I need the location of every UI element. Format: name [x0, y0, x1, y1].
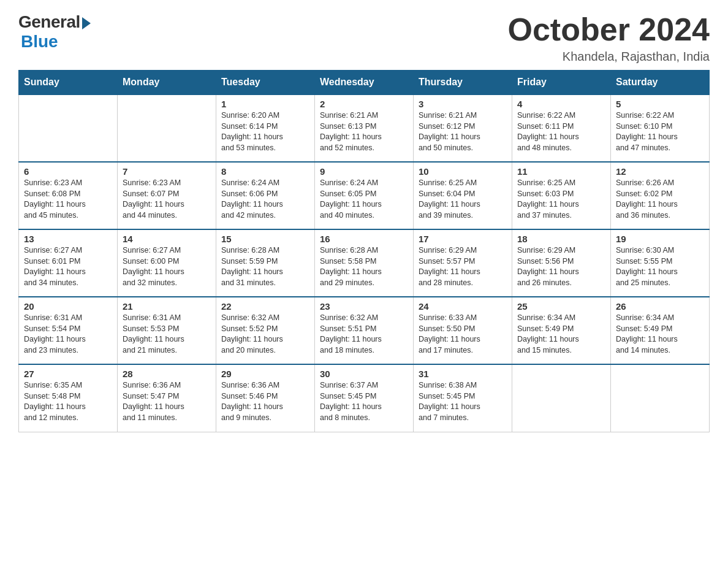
calendar-cell: 30Sunrise: 6:37 AM Sunset: 5:45 PM Dayli… [315, 364, 414, 432]
day-info: Sunrise: 6:20 AM Sunset: 6:14 PM Dayligh… [221, 110, 309, 153]
day-number: 19 [616, 234, 704, 244]
calendar-cell: 25Sunrise: 6:34 AM Sunset: 5:49 PM Dayli… [512, 297, 611, 364]
day-number: 17 [419, 234, 507, 244]
calendar-cell: 29Sunrise: 6:36 AM Sunset: 5:46 PM Dayli… [216, 364, 315, 432]
calendar-cell: 4Sunrise: 6:22 AM Sunset: 6:11 PM Daylig… [512, 94, 611, 162]
day-info: Sunrise: 6:23 AM Sunset: 6:08 PM Dayligh… [24, 178, 112, 221]
day-number: 3 [419, 99, 507, 109]
calendar-week-row-4: 20Sunrise: 6:31 AM Sunset: 5:54 PM Dayli… [19, 297, 710, 364]
day-info: Sunrise: 6:24 AM Sunset: 6:05 PM Dayligh… [320, 178, 408, 221]
calendar-week-row-5: 27Sunrise: 6:35 AM Sunset: 5:48 PM Dayli… [19, 364, 710, 432]
calendar-week-row-1: 1Sunrise: 6:20 AM Sunset: 6:14 PM Daylig… [19, 94, 710, 162]
day-info: Sunrise: 6:35 AM Sunset: 5:48 PM Dayligh… [24, 380, 112, 423]
day-info: Sunrise: 6:36 AM Sunset: 5:47 PM Dayligh… [123, 380, 211, 423]
calendar-cell [611, 364, 710, 432]
logo-general-text: General [18, 12, 80, 32]
calendar-cell: 3Sunrise: 6:21 AM Sunset: 6:12 PM Daylig… [414, 94, 512, 162]
calendar-table: SundayMondayTuesdayWednesdayThursdayFrid… [18, 70, 710, 432]
calendar-cell: 8Sunrise: 6:24 AM Sunset: 6:06 PM Daylig… [216, 162, 315, 229]
day-info: Sunrise: 6:22 AM Sunset: 6:11 PM Dayligh… [517, 110, 605, 153]
day-number: 16 [320, 234, 408, 244]
calendar-cell: 14Sunrise: 6:27 AM Sunset: 6:00 PM Dayli… [118, 229, 216, 297]
day-number: 15 [221, 234, 309, 244]
day-number: 20 [24, 301, 112, 312]
day-number: 31 [419, 369, 507, 379]
calendar-header-sunday: Sunday [19, 71, 118, 95]
location-text: Khandela, Rajasthan, India [508, 50, 710, 64]
calendar-cell [512, 364, 611, 432]
day-info: Sunrise: 6:31 AM Sunset: 5:54 PM Dayligh… [24, 313, 112, 356]
day-info: Sunrise: 6:21 AM Sunset: 6:13 PM Dayligh… [320, 110, 408, 153]
calendar-cell: 26Sunrise: 6:34 AM Sunset: 5:49 PM Dayli… [611, 297, 710, 364]
calendar-cell: 6Sunrise: 6:23 AM Sunset: 6:08 PM Daylig… [19, 162, 118, 229]
calendar-header-row: SundayMondayTuesdayWednesdayThursdayFrid… [19, 71, 710, 95]
day-info: Sunrise: 6:28 AM Sunset: 5:58 PM Dayligh… [320, 245, 408, 288]
day-number: 25 [517, 301, 605, 312]
day-info: Sunrise: 6:38 AM Sunset: 5:45 PM Dayligh… [419, 380, 507, 423]
day-info: Sunrise: 6:30 AM Sunset: 5:55 PM Dayligh… [616, 245, 704, 288]
calendar-cell: 9Sunrise: 6:24 AM Sunset: 6:05 PM Daylig… [315, 162, 414, 229]
day-number: 24 [419, 301, 507, 312]
day-info: Sunrise: 6:36 AM Sunset: 5:46 PM Dayligh… [221, 380, 309, 423]
day-info: Sunrise: 6:21 AM Sunset: 6:12 PM Dayligh… [419, 110, 507, 153]
day-info: Sunrise: 6:25 AM Sunset: 6:04 PM Dayligh… [419, 178, 507, 221]
day-number: 12 [616, 166, 704, 177]
day-info: Sunrise: 6:37 AM Sunset: 5:45 PM Dayligh… [320, 380, 408, 423]
logo-arrow-icon [82, 17, 91, 29]
calendar-cell: 7Sunrise: 6:23 AM Sunset: 6:07 PM Daylig… [118, 162, 216, 229]
page-header: General Blue October 2024 Khandela, Raja… [18, 12, 710, 64]
calendar-cell: 17Sunrise: 6:29 AM Sunset: 5:57 PM Dayli… [414, 229, 512, 297]
calendar-cell [19, 94, 118, 162]
calendar-cell: 27Sunrise: 6:35 AM Sunset: 5:48 PM Dayli… [19, 364, 118, 432]
day-info: Sunrise: 6:34 AM Sunset: 5:49 PM Dayligh… [517, 313, 605, 356]
day-info: Sunrise: 6:28 AM Sunset: 5:59 PM Dayligh… [221, 245, 309, 288]
day-info: Sunrise: 6:26 AM Sunset: 6:02 PM Dayligh… [616, 178, 704, 221]
day-number: 22 [221, 301, 309, 312]
calendar-cell: 5Sunrise: 6:22 AM Sunset: 6:10 PM Daylig… [611, 94, 710, 162]
day-number: 27 [24, 369, 112, 379]
day-number: 18 [517, 234, 605, 244]
day-number: 13 [24, 234, 112, 244]
day-number: 29 [221, 369, 309, 379]
calendar-header-wednesday: Wednesday [315, 71, 414, 95]
calendar-week-row-3: 13Sunrise: 6:27 AM Sunset: 6:01 PM Dayli… [19, 229, 710, 297]
month-title: October 2024 [508, 12, 710, 47]
day-info: Sunrise: 6:32 AM Sunset: 5:51 PM Dayligh… [320, 313, 408, 356]
day-number: 4 [517, 99, 605, 109]
calendar-cell: 24Sunrise: 6:33 AM Sunset: 5:50 PM Dayli… [414, 297, 512, 364]
day-info: Sunrise: 6:34 AM Sunset: 5:49 PM Dayligh… [616, 313, 704, 356]
calendar-cell [118, 94, 216, 162]
calendar-cell: 21Sunrise: 6:31 AM Sunset: 5:53 PM Dayli… [118, 297, 216, 364]
calendar-cell: 11Sunrise: 6:25 AM Sunset: 6:03 PM Dayli… [512, 162, 611, 229]
day-number: 21 [123, 301, 211, 312]
day-info: Sunrise: 6:29 AM Sunset: 5:56 PM Dayligh… [517, 245, 605, 288]
calendar-cell: 10Sunrise: 6:25 AM Sunset: 6:04 PM Dayli… [414, 162, 512, 229]
day-info: Sunrise: 6:32 AM Sunset: 5:52 PM Dayligh… [221, 313, 309, 356]
calendar-cell: 22Sunrise: 6:32 AM Sunset: 5:52 PM Dayli… [216, 297, 315, 364]
day-number: 23 [320, 301, 408, 312]
day-info: Sunrise: 6:33 AM Sunset: 5:50 PM Dayligh… [419, 313, 507, 356]
calendar-cell: 16Sunrise: 6:28 AM Sunset: 5:58 PM Dayli… [315, 229, 414, 297]
day-info: Sunrise: 6:27 AM Sunset: 6:01 PM Dayligh… [24, 245, 112, 288]
calendar-week-row-2: 6Sunrise: 6:23 AM Sunset: 6:08 PM Daylig… [19, 162, 710, 229]
calendar-header-thursday: Thursday [414, 71, 512, 95]
calendar-header-friday: Friday [512, 71, 611, 95]
calendar-header-tuesday: Tuesday [216, 71, 315, 95]
day-info: Sunrise: 6:23 AM Sunset: 6:07 PM Dayligh… [123, 178, 211, 221]
day-number: 1 [221, 99, 309, 109]
calendar-cell: 19Sunrise: 6:30 AM Sunset: 5:55 PM Dayli… [611, 229, 710, 297]
calendar-cell: 18Sunrise: 6:29 AM Sunset: 5:56 PM Dayli… [512, 229, 611, 297]
day-number: 30 [320, 369, 408, 379]
day-number: 2 [320, 99, 408, 109]
calendar-header-saturday: Saturday [611, 71, 710, 95]
day-number: 26 [616, 301, 704, 312]
calendar-cell: 12Sunrise: 6:26 AM Sunset: 6:02 PM Dayli… [611, 162, 710, 229]
calendar-header-monday: Monday [118, 71, 216, 95]
day-number: 9 [320, 166, 408, 177]
title-section: October 2024 Khandela, Rajasthan, India [508, 12, 710, 64]
calendar-cell: 13Sunrise: 6:27 AM Sunset: 6:01 PM Dayli… [19, 229, 118, 297]
logo-blue-text: Blue [21, 32, 58, 52]
day-number: 10 [419, 166, 507, 177]
day-number: 14 [123, 234, 211, 244]
calendar-cell: 1Sunrise: 6:20 AM Sunset: 6:14 PM Daylig… [216, 94, 315, 162]
